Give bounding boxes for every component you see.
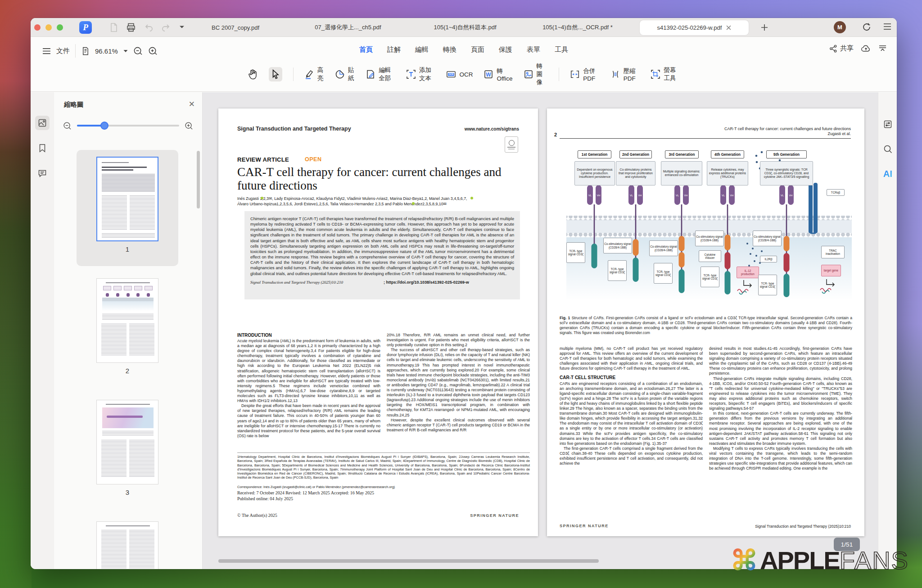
close-tab-icon[interactable] <box>726 25 731 30</box>
slider-knob[interactable] <box>100 122 108 130</box>
copyright: © The Author(s) 2025 <box>237 513 277 518</box>
properties-panel-icon[interactable] <box>881 117 895 131</box>
compress-pdf-tool-button[interactable]: 壓縮PDF <box>610 67 640 82</box>
minimize-window-button[interactable] <box>45 24 52 31</box>
doi-link[interactable]: ; https://doi.org/10.1038/s41392-025-022… <box>384 280 469 285</box>
zoom-window-button[interactable] <box>57 24 63 31</box>
thumbnail-panel-icon[interactable] <box>35 116 50 130</box>
tab-document-4[interactable]: 105(1~4)自然..._OCR.pdf * <box>528 18 627 37</box>
undo-icon[interactable] <box>144 23 154 32</box>
annotations-panel-icon[interactable] <box>35 166 50 181</box>
thumbnail-size-slider[interactable] <box>77 125 179 127</box>
select-tool-button[interactable] <box>269 67 282 81</box>
search-icon[interactable] <box>881 142 895 156</box>
pdf-page-2: CAR-T cell therapy for cancer: current c… <box>547 109 864 536</box>
sidebar-toggle-icon[interactable] <box>42 48 51 54</box>
share-button[interactable]: 共享 <box>829 44 854 53</box>
menu-tools[interactable]: 工具 <box>555 45 568 54</box>
to-office-tool-button[interactable]: W 轉Office <box>484 67 512 82</box>
thumb-zoom-in-icon[interactable] <box>185 122 193 130</box>
orcid-icon <box>261 197 263 199</box>
zoom-in-icon[interactable] <box>148 46 158 56</box>
watermark: ⌘ APPLE FANS <box>730 546 909 575</box>
zoom-out-icon[interactable] <box>133 46 143 56</box>
page-thumbnail-2[interactable]: 2 <box>77 271 178 388</box>
page-fit-icon[interactable] <box>81 47 90 55</box>
fig-label-costim: Co-stimulatory signal (CD28/4-1BB) <box>603 238 632 253</box>
body-paragraph: desired results in most studies.41-45 Ac… <box>709 346 852 376</box>
left-sidebar-rail <box>31 92 54 569</box>
tool-label: 壓縮PDF <box>624 67 640 82</box>
body-paragraph: However, despite the excellent clinical … <box>387 418 530 433</box>
svg-text:VH: VH <box>597 194 601 197</box>
menu-convert[interactable]: 轉換 <box>443 45 456 54</box>
divider <box>293 68 294 81</box>
to-image-tool-button[interactable]: 轉圖像 <box>524 62 548 86</box>
screen-tool-button[interactable]: 螢幕工具 <box>651 66 680 82</box>
fig-gen5-desc: Three synergistic signals: TCR CD3ζ, co-… <box>760 161 813 185</box>
menu-home[interactable]: 首頁 <box>359 45 373 54</box>
fig-gen2-title: 2nd Generation <box>619 150 652 158</box>
print-icon[interactable] <box>126 23 136 32</box>
add-text-tool-button[interactable]: W 添加文本 <box>406 66 436 82</box>
file-menu[interactable]: 文件 <box>56 47 70 55</box>
svg-text:OCR: OCR <box>449 73 454 76</box>
panel-close-icon[interactable]: ✕ <box>189 100 195 109</box>
publisher-logo: SPRINGER NATURE <box>560 524 609 528</box>
thumbnail-panel: 縮略圖 ✕ 1 <box>54 92 203 569</box>
merge-pdf-tool-button[interactable]: 合併PDF <box>570 67 600 82</box>
horizontal-scrollbar[interactable] <box>218 559 599 563</box>
running-head: CAR-T cell therapy for cancer: current c… <box>724 127 851 136</box>
orcid-icon <box>412 202 415 205</box>
tab-document-3[interactable]: 105(1~4)自然科題本.pdf <box>413 18 517 37</box>
close-window-button[interactable] <box>34 24 41 31</box>
page-thumbnail-4[interactable]: 4 <box>77 515 178 569</box>
thumbnail-page-number: 2 <box>126 367 129 375</box>
toolbar-overflow-caret-icon[interactable] <box>179 25 189 35</box>
sync-history-icon[interactable] <box>862 22 872 32</box>
zoom-level-value[interactable]: 96.61% <box>95 47 118 55</box>
hamburger-menu-icon[interactable] <box>883 23 893 32</box>
edit-page-icon <box>366 69 375 79</box>
desktop-wallpaper: P BC 2007_copy.pdf 07_選修化學上..._ch5.pdf 1… <box>0 0 922 588</box>
page-thumbnail-1[interactable]: 1 <box>77 150 178 266</box>
ocr-tool-button[interactable]: OCR OCR <box>446 69 473 79</box>
menu-protect[interactable]: 保護 <box>499 45 512 54</box>
body-paragraph: The success of alloHSCT and other cell t… <box>387 348 530 417</box>
tab-document-active[interactable]: s41392-025-02269-w.pdf <box>640 20 749 35</box>
body-paragraph: Third-generation CARs integrate multiple… <box>709 376 852 412</box>
body-columns: INTRODUCTION Acute myeloid leukemia (AML… <box>237 333 530 451</box>
cloud-upload-icon[interactable] <box>861 44 871 53</box>
menu-annotate[interactable]: 註解 <box>387 45 401 54</box>
hand-tool-icon[interactable] <box>247 69 258 80</box>
menu-edit[interactable]: 編輯 <box>415 45 429 54</box>
fig-label-target-gene: target gene <box>821 265 841 276</box>
received-dates: Received: 7 October 2024 Revised: 12 Mar… <box>237 490 374 495</box>
menu-form[interactable]: 表單 <box>527 45 540 54</box>
body-paragraph: Acute myeloid leukemia (AML) is the pred… <box>237 339 380 403</box>
collapse-toolbar-icon[interactable] <box>878 45 887 52</box>
tab-document-1[interactable]: BC 2007_copy.pdf <box>190 18 280 37</box>
tab-document-2[interactable]: 07_選修化學上..._ch5.pdf <box>296 18 400 37</box>
new-document-icon[interactable] <box>109 23 119 32</box>
author-list: Inés Zugasti 1,2,3✉, Lady Espinosa-Aroca… <box>237 196 525 207</box>
highlight-tool-button[interactable]: 高亮 <box>304 66 324 82</box>
app-logo-icon: P <box>79 21 92 34</box>
bookmarks-panel-icon[interactable] <box>35 141 50 155</box>
fig-label-costim: Co-stimulatory signal (CD28/4-1BB) <box>695 231 724 246</box>
thumb-zoom-out-icon[interactable] <box>63 122 72 130</box>
edit-all-tool-button[interactable]: 編輯全部 <box>366 66 395 82</box>
document-viewport[interactable]: Signal Transduction and Targeted Therapy… <box>203 92 878 569</box>
sticker-tool-button[interactable]: 貼紙 <box>335 66 355 82</box>
user-avatar[interactable]: M <box>834 21 846 33</box>
new-tab-icon[interactable] <box>760 23 770 33</box>
fig-label-tcr: TCR- type signal CD3ζ <box>654 263 673 284</box>
menu-page[interactable]: 頁面 <box>471 45 484 54</box>
page-thumbnail-3[interactable]: 3 <box>77 393 178 509</box>
body-paragraph: CARs are engineered receptors consisting… <box>560 381 703 446</box>
ribbon-menu: 首頁 註解 編輯 轉換 頁面 保護 表單 工具 <box>359 45 568 54</box>
zoom-dropdown-caret-icon[interactable] <box>123 50 128 53</box>
panel-scrollbar[interactable] <box>197 151 200 208</box>
redo-icon[interactable] <box>161 23 171 32</box>
ai-assistant-icon[interactable]: AI <box>881 167 895 181</box>
